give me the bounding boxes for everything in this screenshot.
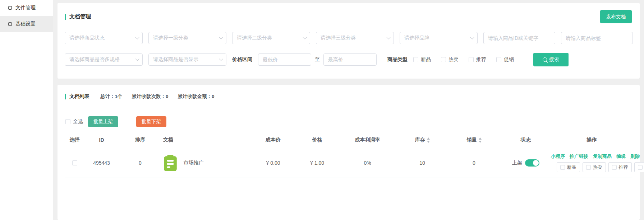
- col-document: 文档: [162, 137, 250, 143]
- caret-down-icon: [479, 141, 482, 143]
- stat-total: 总计：1个: [100, 93, 123, 100]
- filter-row-2: 请选择商品是否多规格 请选择商品是否显示 价格区间 至 商品类型 新品 热卖: [65, 53, 632, 66]
- circle-icon: [8, 6, 12, 10]
- mini-program-link[interactable]: 小程序: [551, 153, 565, 160]
- row-margin: 0%: [338, 160, 397, 166]
- edit-link[interactable]: 编辑: [616, 153, 626, 160]
- delete-link[interactable]: 删除: [630, 153, 640, 160]
- type-option-label: 热卖: [448, 56, 459, 63]
- document-table: 选择 ID 排序 文档 成本价 价格 成本利润率 库存 销量: [65, 132, 632, 178]
- doc-cell: 市场推广: [163, 155, 204, 171]
- list-title: 文档列表: [69, 93, 89, 100]
- type-option-label: 推荐: [476, 56, 486, 63]
- stat-payment-amount: 累计收款金额：0: [178, 93, 215, 100]
- status-toggle[interactable]: [525, 159, 539, 167]
- category-level2-select[interactable]: 请选择二级分类: [232, 32, 310, 44]
- chevron-down-icon: [303, 35, 307, 39]
- tag-recommend-checkbox[interactable]: 推荐: [608, 162, 632, 172]
- chevron-down-icon: [135, 35, 139, 39]
- search-icon: [543, 57, 547, 62]
- product-tag-input[interactable]: [561, 32, 633, 44]
- tag-promotion-checkbox[interactable]: 促销: [634, 162, 644, 172]
- max-price-input[interactable]: [323, 53, 377, 66]
- type-option-promotion[interactable]: 促销: [496, 56, 514, 63]
- row-id: 495443: [84, 160, 119, 166]
- sort-carets[interactable]: [479, 137, 482, 143]
- action-links: 小程序 推广链接 复制商品 编辑 删除 复制链接: [551, 153, 644, 160]
- price-range-label: 价格区间: [232, 56, 252, 63]
- chevron-down-icon: [219, 57, 223, 61]
- search-button[interactable]: 搜索: [533, 53, 569, 66]
- row-checkbox[interactable]: [72, 160, 77, 165]
- batch-off-shelf-button[interactable]: 批量下架: [136, 116, 166, 127]
- batch-on-shelf-button[interactable]: 批量上架: [88, 116, 118, 127]
- stat-value: 0: [212, 94, 215, 99]
- to-label: 至: [315, 56, 320, 63]
- table-header-row: 选择 ID 排序 文档 成本价 价格 成本利润率 库存 销量: [65, 132, 632, 148]
- row-sort: 0: [119, 160, 162, 166]
- checkbox-icon: [496, 57, 501, 62]
- product-status-select[interactable]: 请选择商品状态: [65, 32, 143, 44]
- caret-up-icon: [479, 137, 482, 140]
- col-actions: 操作: [551, 137, 632, 143]
- sidebar-item-label: 基础设置: [15, 21, 36, 27]
- select-placeholder: 请选择商品是否多规格: [69, 56, 120, 63]
- type-option-new[interactable]: 新品: [413, 56, 431, 63]
- sidebar: 文件管理 基础设置: [0, 0, 53, 220]
- checkbox-icon: [560, 165, 565, 170]
- multi-spec-select[interactable]: 请选择商品是否多规格: [65, 53, 143, 66]
- tag-label: 新品: [567, 164, 576, 170]
- category-level3-select[interactable]: 请选择三级分类: [316, 32, 394, 44]
- tag-new-checkbox[interactable]: 新品: [557, 162, 580, 172]
- checkbox-icon: [638, 165, 643, 170]
- row-actions-cell: 小程序 推广链接 复制商品 编辑 删除 复制链接 新品: [551, 153, 644, 172]
- row-status-cell: 上架: [501, 159, 551, 167]
- col-id: ID: [84, 137, 119, 143]
- col-sort: 排序: [119, 137, 162, 143]
- type-option-label: 促销: [504, 56, 514, 63]
- list-title-wrap: 文档列表: [65, 93, 89, 100]
- stat-value: 0: [166, 94, 169, 99]
- type-option-recommend[interactable]: 推荐: [469, 56, 486, 63]
- col-stock-label: 库存: [415, 137, 425, 143]
- publish-document-button[interactable]: 发布文档: [600, 10, 632, 23]
- search-button-label: 搜索: [549, 56, 559, 63]
- sidebar-item-file-management[interactable]: 文件管理: [0, 0, 53, 16]
- list-stats: 总计：1个 累计收款次数：0 累计收款金额：0: [100, 93, 215, 100]
- col-select: 选择: [65, 137, 84, 143]
- checkbox-icon: [65, 119, 70, 124]
- stat-label: 累计收款金额：: [178, 94, 212, 99]
- sidebar-item-basic-settings[interactable]: 基础设置: [0, 16, 53, 32]
- col-sales-label: 销量: [467, 137, 477, 143]
- col-sales: 销量: [447, 137, 501, 143]
- page-title: 文档管理: [69, 13, 91, 20]
- chevron-down-icon: [219, 35, 223, 39]
- document-list-card: 文档列表 总计：1个 累计收款次数：0 累计收款金额：0 全选 批量上架 批量下…: [58, 85, 640, 220]
- stat-value: 1个: [115, 94, 123, 99]
- stat-payment-count: 累计收款次数：0: [132, 93, 169, 100]
- min-price-input[interactable]: [258, 53, 311, 66]
- chevron-down-icon: [386, 35, 390, 39]
- category-level1-select[interactable]: 请选择一级分类: [148, 32, 226, 44]
- list-toolbar: 全选 批量上架 批量下架: [65, 116, 632, 127]
- visibility-select[interactable]: 请选择商品是否显示: [148, 53, 226, 66]
- caret-up-icon: [427, 137, 430, 140]
- type-option-hot[interactable]: 热卖: [441, 56, 459, 63]
- row-price: ¥ 1.00: [296, 160, 338, 166]
- col-margin: 成本利润率: [338, 137, 397, 143]
- promo-link-link[interactable]: 推广链接: [570, 153, 588, 160]
- col-price: 价格: [296, 137, 338, 143]
- col-stock: 库存: [397, 137, 447, 143]
- sort-carets[interactable]: [427, 137, 430, 143]
- page-title-wrap: 文档管理: [65, 13, 91, 20]
- title-accent-bar: [65, 14, 66, 20]
- caret-down-icon: [427, 141, 430, 143]
- tag-hot-checkbox[interactable]: 热卖: [583, 162, 606, 172]
- product-id-keyword-input[interactable]: [483, 32, 555, 44]
- brand-select[interactable]: 请选择品牌: [400, 32, 478, 44]
- main-content: 文档管理 发布文档 请选择商品状态 请选择一级分类 请选择二级分类 请选择三级分…: [53, 0, 644, 220]
- select-all-checkbox[interactable]: 全选: [65, 118, 83, 125]
- sidebar-item-label: 文件管理: [15, 5, 36, 11]
- copy-product-link[interactable]: 复制商品: [593, 153, 612, 160]
- row-sales: 0: [447, 160, 501, 166]
